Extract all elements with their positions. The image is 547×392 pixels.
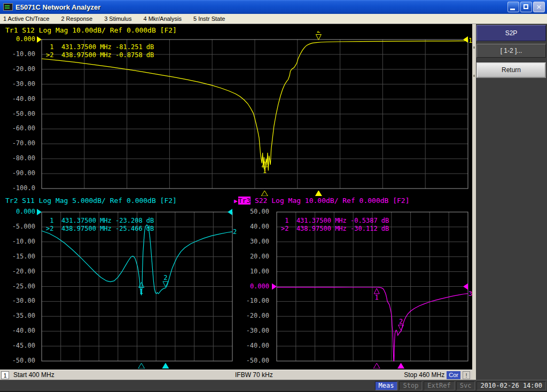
active-trace-arrow-icon: ▶ — [234, 198, 238, 205]
tr3-ytick-30.00: 30.00 — [235, 238, 269, 245]
tr3-stimulus-marker-1-icon[interactable] — [373, 363, 380, 369]
tr3-ref-arrow-right[interactable] — [463, 284, 468, 290]
tr3-ytick--40.00: -40.00 — [235, 342, 269, 349]
ifbw-label: IFBW 70 kHz — [235, 371, 273, 379]
minimize-button[interactable] — [507, 2, 519, 12]
window-title: E5071C Network Analyzer — [15, 3, 100, 11]
tr3-ytick-20.00: 20.00 — [235, 253, 269, 260]
tr3-marker-readout: 1 431.37500 MHz -0.5387 dB>2 438.97500 M… — [281, 217, 389, 233]
tr3-stimulus-marker-2-icon[interactable] — [398, 363, 404, 369]
extref-indicator: ExtRef — [424, 381, 454, 390]
start-frequency-label: Start 400 MHz — [13, 371, 54, 379]
minimize-icon — [510, 9, 515, 10]
tr3-ytick-0.000: 0.000 — [235, 283, 269, 290]
tr3-ytick--10.00: -10.00 — [235, 297, 269, 304]
softkey-return[interactable]: Return — [476, 62, 546, 78]
restore-button[interactable] — [520, 2, 532, 12]
softkey-scroll-strip[interactable] — [472, 24, 476, 380]
tr3-ytick-10.00: 10.00 — [235, 268, 269, 275]
tr3-marker-1-icon[interactable] — [374, 288, 379, 294]
plot-area: Tr1 S12 Log Mag 10.00dB/ Ref 0.000dB [F2… — [0, 24, 472, 370]
title-bar: E5071C Network Analyzer × — [0, 0, 547, 14]
meas-status-badge: Meas — [375, 381, 398, 390]
app-window: E5071C Network Analyzer × 1 Active Ch/Tr… — [0, 0, 547, 392]
menu-response[interactable]: 2 Response — [61, 15, 92, 22]
softkey-sidebar: S2P [ 1-2 ]... Return — [472, 24, 547, 380]
close-button[interactable]: × — [533, 2, 545, 12]
channel-plot-tr3-s22[interactable]: ▶Tr3 S22 Log Mag 10.00dB/ Ref 0.000dB [F… — [0, 24, 472, 370]
correction-badge: Cor — [447, 371, 460, 379]
menu-mkr-analysis[interactable]: 4 Mkr/Analysis — [143, 15, 182, 22]
tr3-marker-1-label: 1 — [375, 294, 379, 301]
tr3-label[interactable]: Tr3 — [238, 197, 251, 205]
instrument-status-bar: Meas Stop ExtRef Svc 2010-02-26 14:00 — [0, 380, 547, 392]
menu-bar: 1 Active Ch/Trace 2 Response 3 Stimulus … — [0, 14, 547, 24]
softkey-s2p[interactable]: S2P — [476, 25, 546, 41]
app-icon — [3, 3, 13, 11]
tr3-ref-arrow-left[interactable] — [272, 284, 277, 290]
channel-number-box: 1 — [1, 371, 9, 379]
softkey-1-2[interactable]: [ 1-2 ]... — [476, 44, 546, 58]
tr3-ytick-50.00: 50.00 — [235, 208, 269, 215]
stop-indicator: Stop — [399, 381, 422, 390]
status-bar: 1 Start 400 MHz IFBW 70 kHz Stop 460 MHz… — [0, 370, 472, 380]
svc-indicator: Svc — [456, 381, 475, 390]
menu-active-ch-trace[interactable]: 1 Active Ch/Trace — [3, 15, 49, 22]
close-icon: × — [534, 3, 544, 11]
stop-frequency-label: Stop 460 MHz — [404, 371, 444, 379]
tr3-marker-2-label: 2 — [399, 318, 403, 325]
tr3-ytick--50.00: -50.00 — [235, 357, 269, 364]
tr3-ytick--20.00: -20.00 — [235, 312, 269, 319]
tr3-ytick-40.00: 40.00 — [235, 223, 269, 230]
tr3-ytick--30.00: -30.00 — [235, 327, 269, 334]
datetime-display: 2010-02-26 14:00 — [476, 381, 546, 390]
warning-indicator: ! — [463, 371, 470, 379]
menu-stimulus[interactable]: 3 Stimulus — [104, 15, 131, 22]
menu-instr-state[interactable]: 5 Instr State — [193, 15, 225, 22]
restore-icon — [523, 4, 528, 9]
